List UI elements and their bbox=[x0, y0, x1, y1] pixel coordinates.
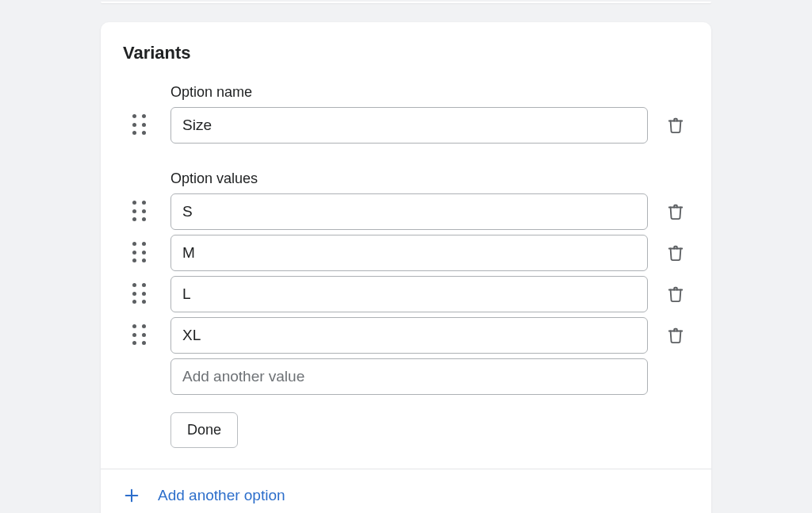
option-value-input[interactable] bbox=[170, 317, 648, 354]
trash-icon bbox=[667, 244, 684, 262]
delete-option-button[interactable] bbox=[664, 113, 688, 137]
option-value-input[interactable] bbox=[170, 276, 648, 312]
delete-value-button[interactable] bbox=[664, 282, 688, 306]
option-value-row bbox=[123, 276, 689, 312]
trash-icon bbox=[667, 285, 684, 303]
drag-handle-icon[interactable] bbox=[132, 114, 147, 136]
delete-value-button[interactable] bbox=[664, 323, 688, 347]
delete-value-button[interactable] bbox=[664, 200, 688, 224]
option-value-row bbox=[123, 235, 689, 271]
plus-icon bbox=[123, 487, 140, 504]
option-values-list bbox=[123, 193, 689, 358]
drag-handle-icon[interactable] bbox=[132, 324, 147, 346]
previous-card-edge bbox=[101, 2, 711, 3]
option-value-input[interactable] bbox=[170, 235, 648, 271]
option-values-label: Option values bbox=[170, 170, 689, 187]
option-name-input[interactable] bbox=[170, 107, 648, 144]
option-value-row bbox=[123, 317, 689, 354]
trash-icon bbox=[667, 203, 684, 220]
add-option-link[interactable]: Add another option bbox=[158, 487, 285, 504]
drag-handle-icon[interactable] bbox=[132, 283, 147, 305]
drag-handle-icon[interactable] bbox=[132, 201, 147, 223]
done-button[interactable]: Done bbox=[170, 412, 238, 448]
section-title: Variants bbox=[123, 43, 689, 63]
trash-icon bbox=[667, 327, 684, 344]
add-value-input[interactable] bbox=[170, 358, 648, 395]
option-value-input[interactable] bbox=[170, 193, 648, 230]
option-name-label: Option name bbox=[170, 84, 689, 101]
drag-handle-icon[interactable] bbox=[132, 242, 147, 264]
card-footer: Add another option bbox=[101, 469, 711, 513]
trash-icon bbox=[667, 117, 684, 134]
option-value-row bbox=[123, 193, 689, 230]
variants-card: Variants Option name bbox=[101, 22, 711, 513]
delete-value-button[interactable] bbox=[664, 241, 688, 265]
